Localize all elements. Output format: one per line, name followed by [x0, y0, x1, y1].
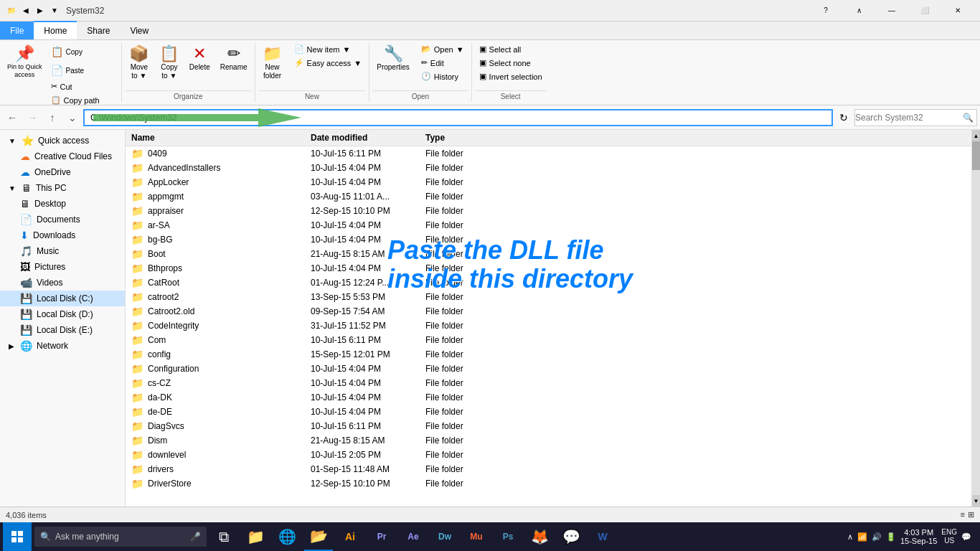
invert-selection-button[interactable]: ▣ Invert selection — [475, 70, 547, 83]
tab-file[interactable]: File — [0, 22, 34, 39]
sidebar-item-music[interactable]: 🎵 Music — [0, 243, 125, 259]
minimize-button[interactable]: — — [875, 0, 908, 22]
select-none-button[interactable]: ▣ Select none — [475, 57, 547, 69]
pin-to-quick-access-button[interactable]: 📌 Pin to Quick access — [3, 43, 47, 82]
view-details-button[interactable]: ≡ — [961, 510, 965, 519]
forward-button[interactable]: → — [23, 108, 42, 127]
taskbar-search[interactable]: 🔍 Ask me anything 🎤 — [34, 527, 207, 547]
table-row[interactable]: 📁 catroot2 13-Sep-15 5:53 PM File folder — [126, 290, 971, 304]
table-row[interactable]: 📁 AdvancedInstallers 10-Jul-15 4:04 PM F… — [126, 161, 971, 175]
sidebar-item-local-disk-c[interactable]: 💾 Local Disk (C:) — [0, 291, 125, 306]
cut-button[interactable]: ✂ Cut — [47, 80, 118, 93]
tab-share[interactable]: Share — [77, 22, 120, 39]
table-row[interactable]: 📁 drivers 01-Sep-15 11:48 AM File folder — [126, 462, 971, 476]
paste-button[interactable]: 📄 Paste — [47, 62, 118, 79]
table-row[interactable]: 📁 0409 10-Jul-15 6:11 PM File folder — [126, 146, 971, 161]
easy-access-button[interactable]: ⚡ Easy access ▼ — [290, 57, 367, 69]
rename-button[interactable]: ✏ Rename — [216, 43, 252, 75]
sidebar-item-desktop[interactable]: 🖥 Desktop — [0, 196, 125, 212]
chevron-up-tray-icon[interactable]: ∧ — [847, 532, 853, 542]
scroll-track[interactable] — [972, 141, 980, 495]
table-row[interactable]: 📁 Bthprops 10-Jul-15 4:04 PM File folder — [126, 261, 971, 276]
move-to-button[interactable]: 📦 Move to ▼ — [125, 43, 154, 83]
taskbar-adobe-illustrator-button[interactable]: Ai — [336, 522, 364, 551]
col-header-date[interactable]: Date modified — [311, 133, 425, 143]
table-row[interactable]: 📁 Boot 21-Aug-15 8:15 AM File folder — [126, 247, 971, 261]
taskbar-premiere-button[interactable]: Pr — [367, 522, 396, 551]
notifications-button[interactable]: 💬 — [961, 532, 971, 542]
start-button[interactable] — [3, 522, 32, 551]
taskbar-photoshop-button[interactable]: Ps — [494, 522, 522, 551]
search-input[interactable] — [855, 113, 963, 123]
up-button[interactable]: ↑ — [43, 108, 62, 127]
sidebar-item-creative-cloud[interactable]: ☁ Creative Cloud Files — [0, 149, 125, 164]
paste-label: Paste — [66, 67, 85, 75]
table-row[interactable]: 📁 Com 10-Jul-15 6:11 PM File folder — [126, 333, 971, 347]
scroll-thumb[interactable] — [972, 141, 980, 170]
col-header-type[interactable]: Type — [425, 133, 497, 143]
copy-to-button[interactable]: 📋 Copy to ▼ — [155, 43, 184, 83]
sidebar-item-downloads[interactable]: ⬇ Downloads — [0, 227, 125, 243]
table-row[interactable]: 📁 CodeIntegrity 31-Jul-15 11:52 PM File … — [126, 319, 971, 333]
table-row[interactable]: 📁 Configuration 10-Jul-15 4:04 PM File f… — [126, 362, 971, 376]
taskbar-after-effects-button[interactable]: Ae — [399, 522, 428, 551]
scrollbar[interactable]: ▲ ▼ — [971, 130, 980, 507]
table-row[interactable]: 📁 downlevel 10-Jul-15 2:05 PM File folde… — [126, 448, 971, 462]
help-button[interactable]: ? — [809, 0, 842, 22]
table-row[interactable]: 📁 AppLocker 10-Jul-15 4:04 PM File folde… — [126, 175, 971, 189]
open-button[interactable]: 📂 Open ▼ — [417, 43, 468, 55]
table-row[interactable]: 📁 appraiser 12-Sep-15 10:10 PM File fold… — [126, 204, 971, 218]
history-button[interactable]: 🕐 History — [417, 70, 468, 83]
table-row[interactable]: 📁 appmgmt 03-Aug-15 11:01 A... File fold… — [126, 189, 971, 204]
col-header-name[interactable]: Name — [131, 133, 311, 143]
taskbar-file-explorer-button[interactable]: 📁 — [241, 522, 270, 551]
scroll-down-button[interactable]: ▼ — [972, 495, 980, 507]
recent-locations-button[interactable]: ⌄ — [63, 108, 82, 127]
new-folder-button[interactable]: 📁 New folder — [258, 43, 287, 83]
table-row[interactable]: 📁 config 15-Sep-15 12:01 PM File folder — [126, 347, 971, 362]
delete-button[interactable]: ✕ Delete — [185, 43, 215, 75]
table-row[interactable]: 📁 CatRoot 01-Aug-15 12:24 P... File fold… — [126, 276, 971, 290]
copy-button[interactable]: 📋 Copy — [47, 43, 118, 60]
sidebar-item-onedrive[interactable]: ☁ OneDrive — [0, 164, 125, 180]
sidebar-item-this-pc[interactable]: ▼ 🖥 This PC — [0, 180, 125, 196]
sidebar-item-documents[interactable]: 📄 Documents — [0, 212, 125, 227]
refresh-button[interactable]: ↻ — [834, 108, 853, 127]
table-row[interactable]: 📁 Catroot2.old 09-Sep-15 7:54 AM File fo… — [126, 304, 971, 319]
taskbar-folder-app-button[interactable]: 📂 — [304, 522, 333, 551]
table-row[interactable]: 📁 DriverStore 12-Sep-15 10:10 PM File fo… — [126, 476, 971, 491]
sidebar-item-local-disk-d[interactable]: 💾 Local Disk (D:) — [0, 306, 125, 322]
taskbar-edge-button[interactable]: 🌐 — [273, 522, 301, 551]
table-row[interactable]: 📁 ar-SA 10-Jul-15 4:04 PM File folder — [126, 218, 971, 232]
table-row[interactable]: 📁 de-DE 10-Jul-15 4:04 PM File folder — [126, 405, 971, 419]
table-row[interactable]: 📁 cs-CZ 10-Jul-15 4:04 PM File folder — [126, 376, 971, 390]
maximize-button[interactable]: ⬜ — [908, 0, 941, 22]
sidebar-item-network[interactable]: ▶ 🌐 Network — [0, 338, 125, 354]
taskbar-firefox-button[interactable]: 🦊 — [525, 522, 554, 551]
taskbar-dreamweaver-button[interactable]: Dw — [430, 522, 459, 551]
taskbar-task-view-button[interactable]: ⧉ — [209, 522, 238, 551]
new-item-button[interactable]: 📄 New item ▼ — [290, 43, 367, 55]
close-button[interactable]: ✕ — [941, 0, 974, 22]
edit-button[interactable]: ✏ Edit — [417, 57, 468, 69]
tab-view[interactable]: View — [120, 22, 159, 39]
properties-button[interactable]: 🔧 Properties — [372, 43, 414, 75]
taskbar-muse-button[interactable]: Mu — [462, 522, 491, 551]
table-row[interactable]: 📁 bg-BG 10-Jul-15 4:04 PM File folder — [126, 232, 971, 247]
table-row[interactable]: 📁 da-DK 10-Jul-15 4:04 PM File folder — [126, 390, 971, 405]
copy-path-button[interactable]: 📋 Copy path — [47, 94, 118, 106]
view-tiles-button[interactable]: ⊞ — [968, 510, 974, 519]
sidebar-item-quick-access[interactable]: ▼ ⭐ Quick access — [0, 133, 125, 149]
sidebar-item-pictures[interactable]: 🖼 Pictures — [0, 259, 125, 275]
sidebar-item-videos[interactable]: 📹 Videos — [0, 275, 125, 291]
scroll-up-button[interactable]: ▲ — [972, 130, 980, 141]
table-row[interactable]: 📁 DiagSvcs 10-Jul-15 6:11 PM File folder — [126, 419, 971, 433]
sidebar-item-local-disk-e[interactable]: 💾 Local Disk (E:) — [0, 322, 125, 338]
tab-home[interactable]: Home — [34, 21, 77, 39]
taskbar-word-button[interactable]: W — [588, 522, 617, 551]
select-all-button[interactable]: ▣ Select all — [475, 43, 547, 55]
back-button[interactable]: ← — [3, 108, 22, 127]
table-row[interactable]: 📁 Dism 21-Aug-15 8:15 AM File folder — [126, 433, 971, 448]
taskbar-skype-button[interactable]: 💬 — [557, 522, 585, 551]
chevron-up-button[interactable]: ∧ — [842, 0, 875, 22]
